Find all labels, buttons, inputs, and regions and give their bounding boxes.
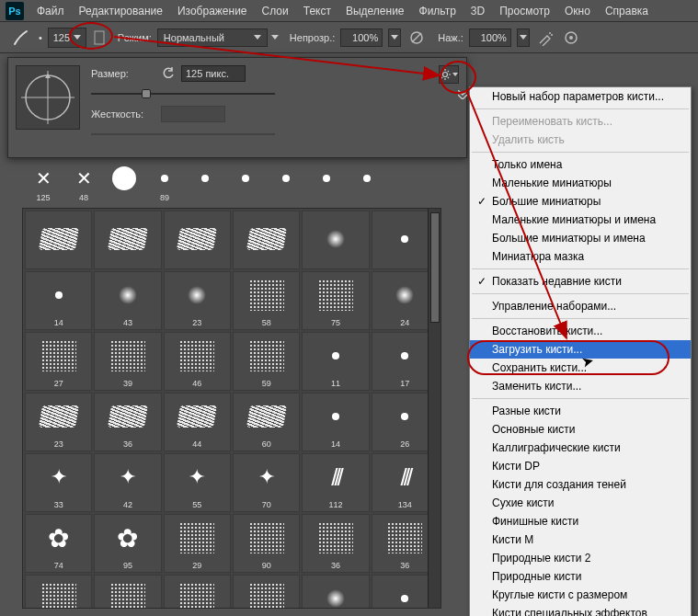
brush-preset[interactable]: 44 <box>164 393 231 451</box>
brush-tool-icon[interactable] <box>9 26 33 50</box>
recent-brush[interactable]: 89 <box>147 165 182 208</box>
context-menu-item[interactable]: Кисти для создания теней <box>470 475 691 494</box>
brush-preset[interactable] <box>233 211 300 269</box>
brush-preset[interactable]: ✦55 <box>164 453 231 512</box>
context-menu-item[interactable]: Показать недавние кисти <box>470 272 691 291</box>
brush-preset[interactable]: 14 <box>302 393 369 451</box>
brush-preset[interactable]: 43 <box>94 271 161 330</box>
brush-preset[interactable] <box>164 211 231 269</box>
context-menu-item[interactable]: Природные кисти 2 <box>470 549 691 567</box>
brush-preset[interactable]: ✿74 <box>25 514 92 573</box>
brush-preset[interactable]: 39 <box>94 332 161 391</box>
brush-preset[interactable]: ✿95 <box>94 514 161 573</box>
flow-input[interactable]: 100% <box>469 29 511 47</box>
brush-preset[interactable]: 39 <box>233 575 300 609</box>
context-menu-item[interactable]: Большие миниатюры и имена <box>470 229 691 247</box>
brush-preset[interactable]: 90 <box>233 514 300 573</box>
context-menu-item[interactable]: Маленькие миниатюры <box>470 174 691 192</box>
recent-brush[interactable]: ✕48 <box>66 165 101 208</box>
context-menu-item[interactable]: Восстановить кисти... <box>470 322 691 340</box>
brush-grid-scrollbar[interactable] <box>428 209 441 608</box>
menu-item[interactable]: Окно <box>557 0 598 22</box>
context-menu-item[interactable]: Только имена <box>470 155 691 174</box>
toggle-brush-panel-icon[interactable] <box>457 89 468 100</box>
brush-preset[interactable]: ///112 <box>302 453 369 512</box>
brush-preset[interactable]: 66 <box>164 575 231 609</box>
context-menu-item[interactable]: Природные кисти <box>470 567 691 586</box>
menu-item[interactable]: Фильтр <box>412 0 463 22</box>
menu-item[interactable]: Справка <box>598 0 656 22</box>
opacity-stepper[interactable] <box>388 29 401 47</box>
menu-item[interactable]: Текст <box>296 0 338 22</box>
context-menu-item[interactable]: Загрузить кисти... <box>470 340 691 359</box>
context-menu-item[interactable]: Разные кисти <box>470 402 691 420</box>
brush-preset[interactable]: 59 <box>233 332 300 391</box>
brush-panel-toggle-icon[interactable] <box>92 28 107 48</box>
brush-preset[interactable]: 60 <box>233 393 300 451</box>
brush-preset[interactable]: 23 <box>164 271 231 330</box>
brush-tip-preview[interactable] <box>16 65 80 130</box>
context-menu-item[interactable]: Основные кисти <box>470 420 691 439</box>
menu-item[interactable]: Просмотр <box>492 0 557 22</box>
menu-item[interactable]: Выделение <box>338 0 412 22</box>
menu-item[interactable]: Редактирование <box>72 0 170 22</box>
recent-brush[interactable] <box>309 165 344 208</box>
size-input[interactable]: 125 пикс. <box>181 65 246 82</box>
brush-preset[interactable]: 14 <box>25 271 92 330</box>
brush-preset[interactable]: 36 <box>94 393 161 451</box>
size-slider[interactable] <box>91 87 275 100</box>
brush-preset[interactable]: 11 <box>302 332 369 391</box>
flow-stepper[interactable] <box>517 29 530 47</box>
menu-item[interactable]: Изображение <box>170 0 255 22</box>
context-menu-item[interactable]: Круглые кисти с размером <box>470 586 691 604</box>
brush-preset[interactable] <box>302 211 369 269</box>
context-menu-item[interactable]: Кисти DP <box>470 457 691 475</box>
context-menu-item[interactable]: Маленькие миниатюры и имена <box>470 211 691 229</box>
recent-brush[interactable] <box>269 165 303 208</box>
recent-brush[interactable]: ✕125 <box>26 165 61 208</box>
blend-mode-select[interactable]: Нормальный <box>157 29 268 47</box>
context-menu-item[interactable]: Кисти специальных эффектов <box>470 604 691 616</box>
brush-preset[interactable]: 63 <box>302 575 369 609</box>
context-menu-item[interactable]: Заменить кисти... <box>470 377 691 395</box>
brush-preset[interactable]: 58 <box>233 271 300 330</box>
scrollbar-thumb[interactable] <box>430 212 440 323</box>
brush-panel-menu-button[interactable] <box>439 65 459 84</box>
brush-preset[interactable]: 75 <box>302 271 369 330</box>
context-menu-item[interactable]: Финишные кисти <box>470 512 691 530</box>
context-menu-item[interactable]: Сухие кисти <box>470 494 691 512</box>
tablet-size-icon[interactable] <box>561 28 581 48</box>
tablet-opacity-icon[interactable] <box>406 28 427 48</box>
reset-size-icon[interactable] <box>161 66 176 81</box>
brush-preset[interactable]: 46 <box>164 332 231 391</box>
context-menu-item[interactable]: Новый набор параметров кисти... <box>470 87 691 106</box>
recent-brush[interactable] <box>228 165 263 208</box>
brush-preset[interactable]: ✦33 <box>25 453 92 512</box>
menu-item[interactable]: Файл <box>29 0 72 22</box>
brush-preset[interactable] <box>25 211 92 269</box>
brush-preset[interactable]: 63 <box>94 575 161 609</box>
brush-preset-picker[interactable]: 125 <box>48 28 86 48</box>
brush-preset[interactable]: ✦42 <box>94 453 161 512</box>
brush-preset[interactable]: ✦70 <box>233 453 300 512</box>
recent-brush[interactable] <box>107 165 142 208</box>
brush-preset[interactable]: 29 <box>164 514 231 573</box>
airbrush-icon[interactable] <box>535 28 555 48</box>
opacity-input[interactable]: 100% <box>340 29 383 47</box>
menu-item[interactable]: Слои <box>255 0 296 22</box>
brush-preset[interactable]: 23 <box>25 393 92 451</box>
brush-preset[interactable]: 33 <box>25 575 92 609</box>
context-menu-item[interactable]: Каллиграфические кисти <box>470 439 691 457</box>
context-menu-item[interactable]: Миниатюра мазка <box>470 247 691 266</box>
menu-item[interactable]: 3D <box>463 0 492 22</box>
recent-brush[interactable] <box>188 165 223 208</box>
context-menu-item[interactable]: Управление наборами... <box>470 297 691 315</box>
context-menu-item[interactable]: Сохранить кисти... <box>470 359 691 377</box>
brush-preset[interactable]: 36 <box>302 514 369 573</box>
recent-brush[interactable] <box>349 165 384 208</box>
brush-preset[interactable]: 27 <box>25 332 92 391</box>
slider-thumb[interactable] <box>142 89 151 98</box>
brush-preset[interactable] <box>94 211 161 269</box>
context-menu-item[interactable]: Большие миниатюры <box>470 192 691 211</box>
context-menu-item[interactable]: Кисти M <box>470 530 691 549</box>
